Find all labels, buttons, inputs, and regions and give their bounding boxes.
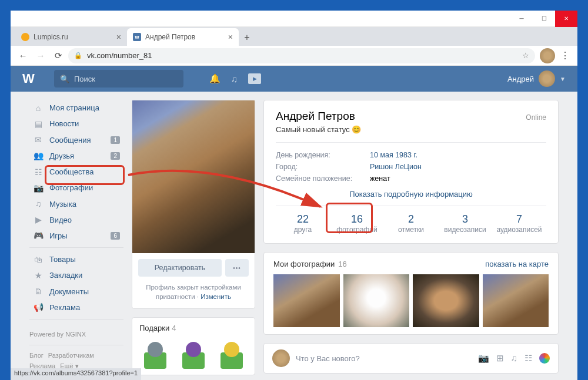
info-label: Город: bbox=[276, 163, 370, 171]
story-icon[interactable] bbox=[539, 353, 550, 364]
attach-photo-icon[interactable]: 📷 bbox=[478, 353, 489, 364]
counter-audio[interactable]: 7аудиозаписей bbox=[492, 213, 546, 234]
minimize-button[interactable]: ─ bbox=[510, 11, 533, 27]
nav-documents[interactable]: 🗎Документы bbox=[29, 284, 123, 300]
play-icon[interactable]: ▶ bbox=[248, 73, 261, 84]
photos-title[interactable]: Мои фотографии bbox=[273, 260, 335, 268]
profile-photo[interactable] bbox=[132, 100, 255, 253]
footer-link[interactable]: Разработчикам bbox=[48, 352, 94, 359]
info-value[interactable]: Ришон ЛеЦион bbox=[370, 163, 422, 171]
tab-title: Lumpics.ru bbox=[34, 33, 68, 41]
gift-item[interactable] bbox=[139, 337, 171, 369]
more-button[interactable]: ••• bbox=[225, 259, 249, 277]
new-post-panel[interactable]: Что у Вас нового? 📷 ⊞ ♫ ☷ bbox=[263, 343, 559, 374]
search-placeholder: Поиск bbox=[74, 75, 95, 83]
docs-icon: 🗎 bbox=[33, 287, 44, 296]
omnibox[interactable]: 🔒 vk.com/number_81 ☆ bbox=[68, 48, 535, 63]
tab-close-icon[interactable]: × bbox=[228, 32, 233, 42]
info-label: День рождения: bbox=[276, 151, 370, 159]
footer-link[interactable]: Блог bbox=[29, 352, 44, 359]
nav-label: Реклама bbox=[49, 303, 80, 312]
nav-market[interactable]: 🛍Товары bbox=[29, 251, 123, 267]
nav-news[interactable]: ▤Новости bbox=[29, 116, 123, 132]
lock-icon: 🔒 bbox=[74, 52, 82, 59]
nav-photos[interactable]: 📷Фотографии bbox=[29, 180, 123, 196]
nav-label: Друзья bbox=[49, 152, 74, 160]
tab-vk[interactable]: w Андрей Петров × bbox=[127, 28, 239, 46]
attach-more-icon[interactable]: ☷ bbox=[524, 353, 532, 364]
vk-search-input[interactable]: 🔍 Поиск bbox=[54, 70, 183, 88]
camera-icon: 📷 bbox=[33, 183, 44, 193]
privacy-change-link[interactable]: Изменить bbox=[201, 293, 231, 300]
nav-label: Сообщения bbox=[49, 136, 91, 144]
photo-thumbnail[interactable] bbox=[273, 274, 340, 327]
vk-username: Андрей bbox=[507, 75, 534, 83]
show-on-map-link[interactable]: показать на карте bbox=[485, 260, 549, 268]
address-bar: ← → ⟳ 🔒 vk.com/number_81 ☆ ⋮ bbox=[11, 46, 577, 66]
music-nav-icon: ♫ bbox=[33, 199, 44, 209]
gifts-title: Подарки bbox=[139, 324, 169, 332]
close-button[interactable]: ✕ bbox=[555, 11, 577, 27]
forward-button[interactable]: → bbox=[33, 48, 48, 63]
user-avatar-icon bbox=[539, 70, 555, 87]
nav-music[interactable]: ♫Музыка bbox=[29, 196, 123, 211]
post-input[interactable]: Что у Вас нового? bbox=[296, 354, 472, 363]
nav-badge: 6 bbox=[111, 232, 120, 240]
post-avatar-icon bbox=[272, 349, 290, 367]
nav-label: Закладки bbox=[49, 271, 82, 280]
nav-badge: 2 bbox=[111, 152, 120, 160]
nav-label: Видео bbox=[49, 216, 72, 224]
photo-thumbnail[interactable] bbox=[343, 274, 410, 327]
nav-label: Документы bbox=[49, 287, 89, 296]
nav-communities[interactable]: ☷Сообщества bbox=[29, 164, 123, 180]
info-value: женат bbox=[370, 174, 390, 183]
new-tab-button[interactable]: + bbox=[239, 29, 255, 46]
attach-music-icon[interactable]: ♫ bbox=[511, 353, 517, 364]
browser-menu-button[interactable]: ⋮ bbox=[557, 48, 573, 63]
nav-my-page[interactable]: ⌂Моя страница bbox=[29, 100, 123, 116]
nav-games[interactable]: 🎮Игры6 bbox=[29, 228, 123, 244]
gift-item[interactable] bbox=[178, 337, 209, 369]
show-more-link[interactable]: Показать подробную информацию bbox=[276, 190, 546, 199]
maximize-button[interactable]: ☐ bbox=[533, 11, 555, 27]
nav-bookmarks[interactable]: ★Закладки bbox=[29, 267, 123, 283]
nav-ads[interactable]: 📢Реклама bbox=[29, 300, 123, 315]
info-value[interactable]: 10 мая 1983 г. bbox=[370, 151, 417, 159]
vk-logo-icon[interactable]: W bbox=[22, 71, 46, 86]
nav-label: Фотографии bbox=[49, 183, 93, 192]
edit-button[interactable]: Редактировать bbox=[138, 259, 222, 277]
market-icon: 🛍 bbox=[33, 255, 44, 264]
nav-badge: 1 bbox=[111, 136, 120, 144]
gift-item[interactable] bbox=[216, 337, 248, 369]
friends-icon: 👥 bbox=[33, 151, 44, 160]
photo-thumbnail[interactable] bbox=[413, 274, 479, 327]
counter-videos[interactable]: 3видеозаписи bbox=[438, 213, 492, 234]
bookmark-star-icon[interactable]: ☆ bbox=[522, 51, 529, 60]
counter-friends[interactable]: 22друга bbox=[276, 213, 330, 234]
reload-button[interactable]: ⟳ bbox=[51, 48, 66, 63]
back-button[interactable]: ← bbox=[15, 48, 31, 63]
tab-lumpics[interactable]: Lumpics.ru × bbox=[15, 28, 127, 46]
nav-label: Товары bbox=[49, 255, 76, 264]
chevron-down-icon: ▼ bbox=[560, 76, 566, 82]
photo-thumbnail[interactable] bbox=[483, 274, 549, 327]
vk-user-menu[interactable]: Андрей ▼ bbox=[507, 70, 566, 87]
attach-video-icon[interactable]: ⊞ bbox=[496, 353, 504, 364]
profile-status[interactable]: Самый новый статус 😊 bbox=[276, 125, 546, 134]
nav-friends[interactable]: 👥Друзья2 bbox=[29, 148, 123, 164]
tab-close-icon[interactable]: × bbox=[116, 32, 121, 42]
footer-powered: Powered by NGINX bbox=[29, 329, 123, 340]
nav-messages[interactable]: ✉Сообщения1 bbox=[29, 132, 123, 147]
my-photos-panel: Мои фотографии 16 показать на карте bbox=[263, 252, 559, 335]
nav-separator bbox=[29, 247, 123, 248]
nav-video[interactable]: ▶Видео bbox=[29, 212, 123, 228]
music-icon[interactable]: ♫ bbox=[231, 74, 238, 84]
nav-label: Новости bbox=[49, 119, 79, 128]
counter-tags[interactable]: 2отметки bbox=[384, 213, 438, 234]
url-text: vk.com/number_81 bbox=[87, 51, 152, 60]
tab-strip: Lumpics.ru × w Андрей Петров × + bbox=[11, 27, 577, 46]
gifts-panel[interactable]: Подарки4 bbox=[132, 317, 255, 375]
profile-avatar-button[interactable] bbox=[540, 48, 555, 63]
notifications-icon[interactable]: 🔔 bbox=[209, 73, 220, 84]
counter-photos[interactable]: 16фотографий bbox=[330, 213, 384, 234]
